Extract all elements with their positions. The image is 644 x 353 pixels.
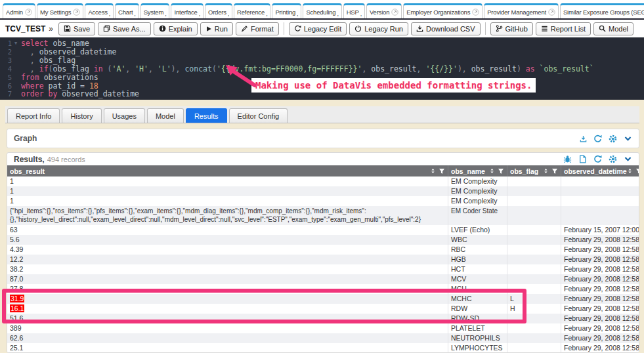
tab-model[interactable]: Model (147, 108, 184, 123)
save-as-button[interactable]: Save As... (98, 22, 151, 35)
nav-tab-scheduling[interactable]: Scheduling, (303, 3, 341, 18)
gutter-spacer (12, 82, 20, 91)
nav-tab-orders[interactable]: Orders, (205, 3, 232, 18)
code-fold-icon[interactable]: ▼ (12, 39, 20, 48)
table-row[interactable]: 4.39RBCFebruary 29, 2008 12:58 PM (7, 245, 639, 255)
nav-tab-printing[interactable]: Printing, (272, 3, 301, 18)
cell-obs-result: {"hpi_items":{},"ros_items":{},"pfs_item… (7, 206, 448, 225)
nav-tab-my-settings[interactable]: My Settings (37, 3, 83, 18)
sort-icon[interactable] (627, 167, 633, 175)
nav-tab-hsp[interactable]: HSP, (343, 3, 365, 18)
column-header-obs-result[interactable]: obs_result (7, 165, 448, 176)
column-header-obs-flag[interactable]: obs_flag (507, 165, 561, 176)
table-row[interactable]: 12.2HGBFebruary 29, 2008 12:58 PM (7, 255, 639, 264)
column-header-obs-name[interactable]: obs_name (448, 165, 507, 176)
tab-results[interactable]: Results (186, 108, 227, 123)
tab-history[interactable]: History (62, 108, 101, 123)
sort-icon[interactable] (489, 167, 495, 175)
cell-obs-result: 25.1 (7, 343, 448, 353)
nav-tab-label: Interface (174, 9, 197, 16)
nav-tab-access[interactable]: Access, (85, 3, 114, 18)
table-row[interactable]: 389PLATELETFebruary 29, 2008 12:58 PM (7, 323, 639, 333)
table-row[interactable]: 63LVEF (Echo)February 15, 2007 12:00 AM (7, 225, 639, 235)
cell-obs-result: 1 (7, 186, 448, 196)
report-list-button[interactable]: Report List (536, 22, 591, 35)
column-header-observed-datetime[interactable]: observed_datetime (561, 165, 639, 176)
table-row[interactable]: 25.1LYMPHOCYTESFebruary 29, 2008 12:58 P… (7, 343, 639, 353)
graph-panel-icons (580, 135, 632, 143)
table-row[interactable]: 62.6NEUTROPHILSFebruary 29, 2008 12:58 P… (7, 333, 639, 343)
refresh-icon[interactable] (593, 155, 602, 163)
table-row[interactable]: 87.0MCVFebruary 29, 2008 12:58 PM (7, 274, 639, 284)
github-button[interactable]: GitHub (490, 22, 533, 35)
popout-icon[interactable] (472, 9, 479, 16)
popout-icon[interactable] (391, 9, 398, 16)
table-row[interactable]: 5.6WBCFebruary 29, 2008 12:58 PM (7, 235, 639, 245)
play-icon (205, 26, 212, 32)
nav-tab-reference[interactable]: Reference, (234, 3, 270, 18)
format-button[interactable]: Format (236, 22, 279, 35)
filter-icon[interactable] (551, 168, 558, 175)
nav-tab-label: Orders (208, 9, 226, 16)
tab-usages[interactable]: Usages (104, 108, 145, 123)
filter-icon[interactable] (635, 168, 639, 175)
table-row[interactable]: 1EM Complexity (7, 176, 639, 186)
gutter-spacer (12, 90, 20, 98)
gear-icon[interactable] (609, 135, 617, 143)
cell-observed-datetime (561, 186, 639, 196)
submenu-indicator-icon: , (337, 10, 338, 17)
cell-obs-name: HCT (448, 264, 507, 274)
gear-icon[interactable] (609, 155, 617, 163)
nav-tab-chart[interactable]: Chart, (115, 3, 139, 18)
nav-tab-interface[interactable]: Interface, (171, 3, 203, 18)
nav-tab-system[interactable]: System, (140, 3, 170, 18)
cell-obs-flag (507, 235, 561, 245)
submenu-indicator-icon: , (199, 10, 200, 17)
nav-tab-admin[interactable]: Admin (3, 3, 35, 18)
button-label: Format (251, 25, 274, 33)
results-panel-header[interactable]: Results, 494 records (7, 153, 639, 165)
nav-tab-similar-exposure-groups-segs[interactable]: Similar Exposure Groups (SEGs) (560, 3, 644, 18)
popout-icon[interactable] (73, 9, 80, 16)
file-icon[interactable] (578, 155, 587, 163)
nav-tab-label: Scheduling (306, 9, 335, 16)
table-row[interactable]: {"hpi_items":{},"ros_items":{},"pfs_item… (7, 206, 639, 225)
explain-button[interactable]: Explain (154, 22, 198, 35)
tab-report-info[interactable]: Report Info (7, 108, 60, 123)
refresh-icon[interactable] (593, 135, 602, 143)
chevron-down-icon[interactable] (624, 135, 632, 143)
table-row[interactable]: 1EM Complexity (7, 186, 639, 196)
graph-panel-header[interactable]: Graph (7, 129, 639, 148)
filter-icon[interactable] (498, 168, 504, 175)
report-chevron[interactable]: » (49, 24, 53, 33)
toolbar: TCV_TEST » SaveSave As...ExplainRunForma… (0, 20, 644, 37)
nav-tab-employer-organizations[interactable]: Employer Organizations (403, 3, 483, 18)
line-number: 5 (0, 73, 12, 82)
sort-icon[interactable] (430, 167, 436, 175)
button-label: Run (215, 25, 228, 33)
line-number: 2 (0, 48, 12, 56)
download-icon (416, 25, 423, 32)
popout-icon[interactable] (548, 9, 555, 16)
legacy-edit-button[interactable]: Legacy Edit (289, 22, 347, 35)
save-button[interactable]: Save (58, 22, 95, 35)
cell-obs-result: 87.0 (7, 274, 448, 284)
gutter-spacer (12, 73, 20, 82)
legacy-run-button[interactable]: Legacy Run (349, 22, 408, 35)
chevron-down-icon[interactable] (624, 155, 632, 163)
cell-obs-flag (507, 225, 561, 235)
nav-tab-version[interactable]: Version (366, 3, 402, 18)
download-csv-button[interactable]: Download CSV (411, 22, 481, 35)
bug-icon[interactable] (563, 155, 572, 163)
popout-icon[interactable] (25, 9, 32, 16)
table-row[interactable]: 1EM Complexity (7, 196, 639, 206)
nav-tab-provider-management[interactable]: Provider Management (484, 3, 559, 18)
model-button[interactable]: Model (593, 22, 633, 35)
sort-icon[interactable] (543, 167, 549, 175)
tab-editor-config[interactable]: Editor Config (229, 108, 288, 123)
filter-icon[interactable] (439, 168, 445, 175)
cell-obs-flag (507, 255, 561, 264)
download-icon[interactable] (580, 135, 587, 142)
run-button[interactable]: Run (200, 22, 233, 35)
table-row[interactable]: 38.2HCTFebruary 29, 2008 12:58 PM (7, 264, 639, 274)
